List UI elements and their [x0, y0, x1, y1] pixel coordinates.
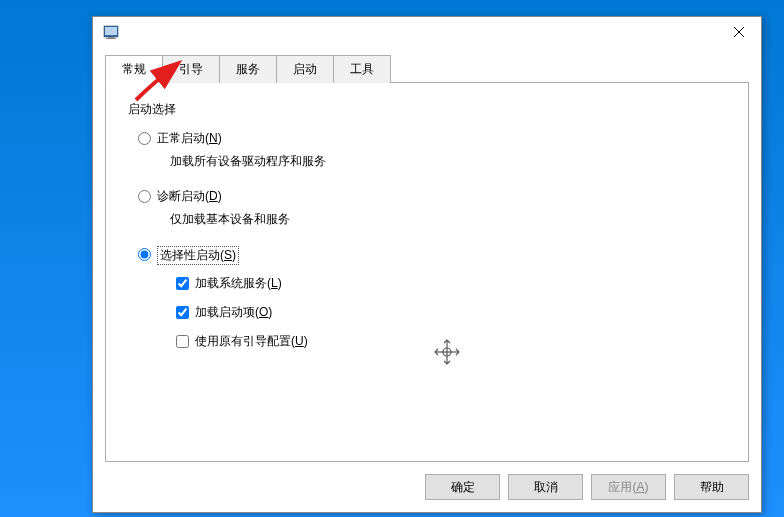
radio-diagnostic-label: 诊断启动(D)	[157, 188, 222, 205]
apply-button: 应用(A)	[591, 474, 666, 500]
radio-normal-label: 正常启动(N)	[157, 130, 222, 147]
radio-normal-startup[interactable]: 正常启动(N)	[138, 130, 726, 147]
tab-startup[interactable]: 启动	[276, 55, 334, 83]
check-load-startup-label: 加载启动项(O)	[195, 304, 272, 321]
radio-selective-label: 选择性启动(S)	[157, 246, 239, 265]
selective-check-group: 加载系统服务(L) 加载启动项(O) 使用原有引导配置(U)	[176, 275, 726, 350]
titlebar	[93, 17, 761, 47]
check-load-startup[interactable]: 加载启动项(O)	[176, 304, 726, 321]
tab-boot[interactable]: 引导	[162, 55, 220, 83]
check-original-boot-label: 使用原有引导配置(U)	[195, 333, 308, 350]
check-load-services[interactable]: 加载系统服务(L)	[176, 275, 726, 292]
radio-diagnostic-input[interactable]	[138, 190, 151, 203]
tab-content-general: 启动选择 正常启动(N) 加载所有设备驱动程序和服务 诊断启动(D) 仅加载基本…	[105, 82, 749, 462]
app-icon	[103, 24, 119, 40]
ok-button[interactable]: 确定	[425, 474, 500, 500]
radio-diagnostic-startup[interactable]: 诊断启动(D)	[138, 188, 726, 205]
check-load-services-label: 加载系统服务(L)	[195, 275, 282, 292]
tab-services[interactable]: 服务	[219, 55, 277, 83]
close-button[interactable]	[716, 17, 761, 47]
radio-normal-input[interactable]	[138, 132, 151, 145]
check-original-boot-input[interactable]	[176, 335, 189, 348]
check-load-startup-input[interactable]	[176, 306, 189, 319]
radio-normal-desc: 加载所有设备驱动程序和服务	[170, 153, 726, 170]
dialog-button-row: 确定 取消 应用(A) 帮助	[93, 474, 761, 510]
msconfig-dialog: 常规 引导 服务 启动 工具 启动选择 正常启动(N) 加载所有设备驱动程序和服…	[92, 16, 762, 513]
check-original-boot[interactable]: 使用原有引导配置(U)	[176, 333, 726, 350]
radio-diagnostic-desc: 仅加载基本设备和服务	[170, 211, 726, 228]
tab-strip: 常规 引导 服务 启动 工具	[105, 55, 761, 83]
startup-radio-group: 正常启动(N) 加载所有设备驱动程序和服务 诊断启动(D) 仅加载基本设备和服务…	[138, 130, 726, 350]
tab-general[interactable]: 常规	[105, 55, 163, 84]
radio-selective-input[interactable]	[138, 248, 151, 261]
svg-rect-2	[108, 37, 114, 38]
svg-rect-3	[106, 38, 116, 39]
check-load-services-input[interactable]	[176, 277, 189, 290]
help-button[interactable]: 帮助	[674, 474, 749, 500]
svg-rect-1	[105, 27, 117, 35]
tab-tools[interactable]: 工具	[333, 55, 391, 83]
radio-selective-startup[interactable]: 选择性启动(S)	[138, 246, 726, 265]
group-label-startup-selection: 启动选择	[128, 101, 726, 118]
cancel-button[interactable]: 取消	[508, 474, 583, 500]
